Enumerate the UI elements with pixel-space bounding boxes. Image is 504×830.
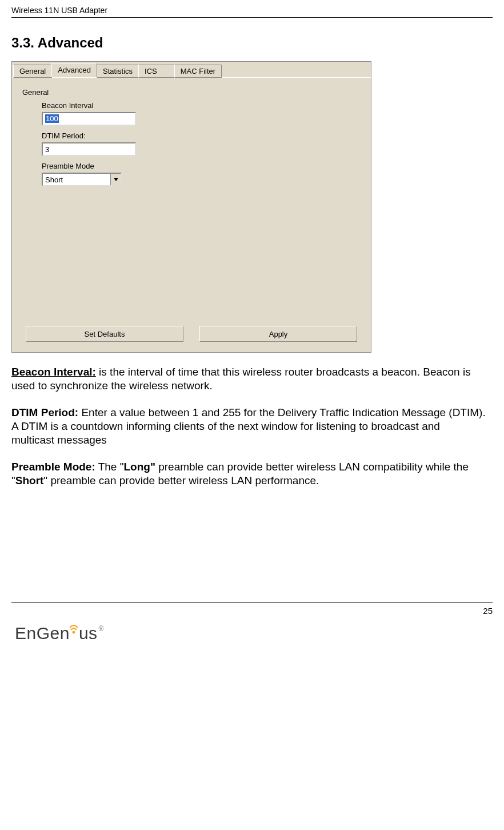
field-dtim-period: DTIM Period: <box>42 131 357 156</box>
group-label-general: General <box>22 88 357 97</box>
registered-icon: ® <box>99 625 104 633</box>
wifi-icon <box>69 620 79 640</box>
svg-point-1 <box>72 631 75 634</box>
tab-strip: General Advanced Statistics ICS MAC Filt… <box>12 62 371 78</box>
document-body: Beacon Interval: is the interval of time… <box>11 365 486 488</box>
tab-ics[interactable]: ICS <box>138 65 175 78</box>
desc-pm-tail: " preamble can provide better wireless L… <box>43 474 319 486</box>
paragraph-dtim-period: DTIM Period: Enter a value between 1 and… <box>11 406 486 448</box>
doc-header: Wireless 11N USB Adapter <box>11 6 493 18</box>
beacon-interval-input[interactable]: 100 <box>42 112 136 126</box>
word-long: Long" <box>123 461 155 473</box>
term-preamble-mode: Preamble Mode: <box>11 461 95 473</box>
field-beacon-interval: Beacon Interval 100 <box>42 101 357 126</box>
engenius-logo: EnGenus® <box>11 618 493 649</box>
section-number: 3.3. <box>11 35 34 50</box>
advanced-settings-panel: General Advanced Statistics ICS MAC Filt… <box>11 61 371 353</box>
apply-button[interactable]: Apply <box>199 326 357 342</box>
desc-dtim-period: Enter a value between 1 and 255 for the … <box>11 406 486 446</box>
dtim-period-input[interactable] <box>42 142 136 156</box>
word-short: Short <box>15 474 44 486</box>
logo-text-part1: EnGen <box>15 624 70 643</box>
paragraph-preamble-mode: Preamble Mode: The "Long" preamble can p… <box>11 460 486 488</box>
term-beacon-interval: Beacon Interval: <box>11 366 96 378</box>
beacon-interval-value: 100 <box>45 114 59 123</box>
tab-general[interactable]: General <box>13 65 52 78</box>
dtim-period-label: DTIM Period: <box>42 131 357 140</box>
desc-pm-lead: The " <box>95 461 124 473</box>
term-dtim-period: DTIM Period: <box>11 406 78 418</box>
preamble-mode-label: Preamble Mode <box>42 162 357 170</box>
preamble-mode-select[interactable]: Short <box>42 173 122 186</box>
svg-marker-0 <box>114 178 118 181</box>
beacon-interval-label: Beacon Interval <box>42 101 357 110</box>
set-defaults-button[interactable]: Set Defaults <box>26 326 183 342</box>
button-row: Set Defaults Apply <box>26 326 357 342</box>
section-heading: 3.3. Advanced <box>11 35 493 51</box>
tab-mac-filter[interactable]: MAC Filter <box>174 65 222 78</box>
preamble-mode-value: Short <box>43 175 110 184</box>
tab-body: General Beacon Interval 100 DTIM Period:… <box>12 78 371 352</box>
page-number: 25 <box>483 606 493 616</box>
page-footer: 25 <box>11 602 493 616</box>
logo-text-part2: us <box>79 624 98 643</box>
section-title-text: Advanced <box>38 35 103 50</box>
tab-advanced[interactable]: Advanced <box>51 63 97 77</box>
field-preamble-mode: Preamble Mode Short <box>42 162 357 186</box>
paragraph-beacon-interval: Beacon Interval: is the interval of time… <box>11 365 486 393</box>
tab-statistics[interactable]: Statistics <box>97 65 139 78</box>
chevron-down-icon[interactable] <box>110 174 121 185</box>
